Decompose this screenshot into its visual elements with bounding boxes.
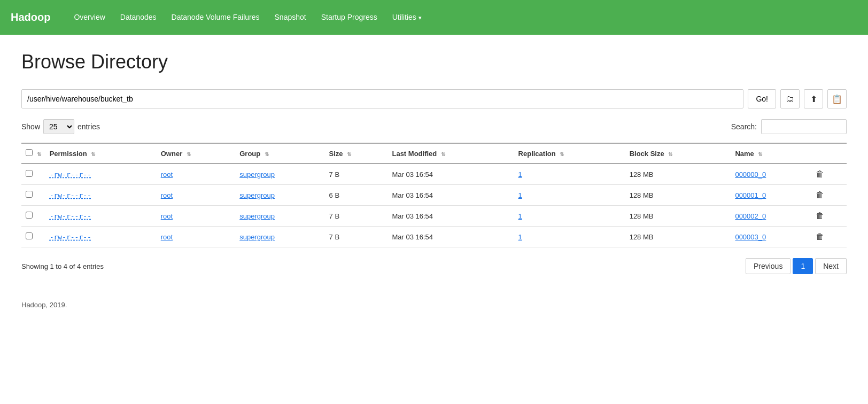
owner-link-1[interactable]: root	[161, 191, 173, 199]
name-link-3[interactable]: 000003_0	[735, 233, 766, 241]
group-link-2[interactable]: supergroup	[239, 212, 275, 220]
delete-button-1[interactable]: 🗑	[816, 190, 824, 199]
sort-icon-last-modified[interactable]: ⇅	[441, 151, 445, 157]
col-header-last-modified: Last Modified ⇅	[387, 143, 514, 164]
pagination-controls: Previous 1 Next	[746, 258, 847, 274]
delete-button-3[interactable]: 🗑	[816, 232, 824, 241]
table-row: -rw-r--r-- root supergroup 7 B Mar 03 16…	[21, 164, 847, 185]
nav-link-datanodes[interactable]: Datanodes	[113, 0, 164, 35]
previous-button[interactable]: Previous	[746, 258, 790, 274]
replication-link-1[interactable]: 1	[518, 191, 522, 199]
sort-icon-size[interactable]: ⇅	[347, 151, 351, 157]
show-entries-control: Show 10 25 50 100 entries	[21, 119, 100, 134]
permission-link-1[interactable]: -rw-r--r--	[50, 191, 91, 199]
clipboard-button[interactable]: 📋	[827, 89, 847, 108]
controls-row: Show 10 25 50 100 entries Search:	[21, 119, 847, 134]
permission-link-0[interactable]: -rw-r--r--	[50, 170, 91, 178]
row-permission-0: -rw-r--r--	[45, 164, 157, 185]
row-block-size-0: 128 MB	[625, 164, 731, 185]
row-group-1: supergroup	[235, 185, 324, 206]
sort-icon-replication[interactable]: ⇅	[560, 151, 564, 157]
row-owner-3: root	[157, 227, 236, 247]
row-replication-2: 1	[514, 206, 625, 227]
permission-link-3[interactable]: -rw-r--r--	[50, 233, 91, 241]
replication-link-2[interactable]: 1	[518, 212, 522, 220]
replication-link-0[interactable]: 1	[518, 170, 522, 178]
table-row: -rw-r--r-- root supergroup 7 B Mar 03 16…	[21, 206, 847, 227]
nav-link-startup-progress[interactable]: Startup Progress	[314, 0, 385, 35]
row-block-size-3: 128 MB	[625, 227, 731, 247]
sort-icon-permission[interactable]: ⇅	[91, 151, 95, 157]
row-delete-1: 🗑	[811, 185, 847, 206]
browse-folder-button[interactable]: 🗂	[780, 89, 800, 108]
upload-button[interactable]: ⬆	[804, 89, 823, 108]
utilities-dropdown-arrow: ▾	[418, 14, 422, 21]
next-button[interactable]: Next	[815, 258, 847, 274]
col-header-permission: Permission ⇅	[45, 143, 157, 164]
row-replication-0: 1	[514, 164, 625, 185]
row-checkbox-1[interactable]	[26, 191, 33, 198]
row-name-2: 000002_0	[731, 206, 811, 227]
delete-button-0[interactable]: 🗑	[816, 169, 824, 178]
group-link-0[interactable]: supergroup	[239, 170, 275, 178]
row-permission-3: -rw-r--r--	[45, 227, 157, 247]
row-delete-2: 🗑	[811, 206, 847, 227]
col-header-size: Size ⇅	[325, 143, 388, 164]
footer-text: Hadoop, 2019.	[21, 301, 67, 309]
folder-icon: 🗂	[786, 94, 794, 104]
page-footer: Hadoop, 2019.	[21, 301, 847, 309]
permission-link-2[interactable]: -rw-r--r--	[50, 212, 91, 220]
row-checkbox-2[interactable]	[26, 212, 33, 219]
nav-link-utilities[interactable]: Utilities ▾	[385, 13, 429, 21]
row-group-3: supergroup	[235, 227, 324, 247]
group-link-1[interactable]: supergroup	[239, 191, 275, 199]
row-size-0: 7 B	[325, 164, 388, 185]
go-button[interactable]: Go!	[748, 89, 776, 108]
path-input[interactable]	[21, 89, 743, 108]
table-row: -rw-r--r-- root supergroup 7 B Mar 03 16…	[21, 227, 847, 247]
sort-icon-block-size[interactable]: ⇅	[668, 151, 672, 157]
entries-per-page-select[interactable]: 10 25 50 100	[43, 119, 74, 134]
table-header-row: ⇅ Permission ⇅ Owner ⇅ Group ⇅ Size ⇅	[21, 143, 847, 164]
row-checkbox-3[interactable]	[26, 232, 33, 239]
row-owner-2: root	[157, 206, 236, 227]
nav-link-snapshot[interactable]: Snapshot	[267, 0, 314, 35]
select-all-header: ⇅	[21, 143, 45, 164]
select-all-checkbox[interactable]	[26, 149, 33, 156]
sort-icon-select: ⇅	[37, 151, 41, 157]
name-link-1[interactable]: 000001_0	[735, 191, 766, 199]
name-link-2[interactable]: 000002_0	[735, 212, 766, 220]
entries-label: entries	[78, 122, 100, 131]
name-link-0[interactable]: 000000_0	[735, 170, 766, 178]
row-group-2: supergroup	[235, 206, 324, 227]
show-label: Show	[21, 122, 40, 131]
row-checkbox-0[interactable]	[26, 170, 33, 177]
col-header-block-size: Block Size ⇅	[625, 143, 731, 164]
delete-button-2[interactable]: 🗑	[816, 211, 824, 220]
row-last-modified-1: Mar 03 16:54	[387, 185, 514, 206]
row-checkbox-cell	[21, 164, 45, 185]
row-owner-1: root	[157, 185, 236, 206]
owner-link-2[interactable]: root	[161, 212, 173, 220]
owner-link-3[interactable]: root	[161, 233, 173, 241]
nav-link-overview[interactable]: Overview	[66, 0, 112, 35]
row-last-modified-2: Mar 03 16:54	[387, 206, 514, 227]
replication-link-3[interactable]: 1	[518, 233, 522, 241]
sort-icon-name[interactable]: ⇅	[758, 151, 762, 157]
owner-link-0[interactable]: root	[161, 170, 173, 178]
row-delete-3: 🗑	[811, 227, 847, 247]
sort-icon-group[interactable]: ⇅	[265, 151, 269, 157]
sort-icon-owner[interactable]: ⇅	[187, 151, 191, 157]
row-permission-2: -rw-r--r--	[45, 206, 157, 227]
group-link-3[interactable]: supergroup	[239, 233, 275, 241]
top-nav: Hadoop Overview Datanodes Datanode Volum…	[0, 0, 868, 35]
col-header-actions	[811, 143, 847, 164]
row-checkbox-cell	[21, 185, 45, 206]
page-1-button[interactable]: 1	[793, 258, 813, 274]
row-block-size-2: 128 MB	[625, 206, 731, 227]
main-content: Browse Directory Go! 🗂 ⬆ 📋 Show 10 25 50…	[0, 35, 868, 325]
search-label: Search:	[731, 122, 757, 131]
nav-link-datanode-volume-failures[interactable]: Datanode Volume Failures	[164, 0, 267, 35]
row-delete-0: 🗑	[811, 164, 847, 185]
search-input[interactable]	[761, 119, 847, 134]
